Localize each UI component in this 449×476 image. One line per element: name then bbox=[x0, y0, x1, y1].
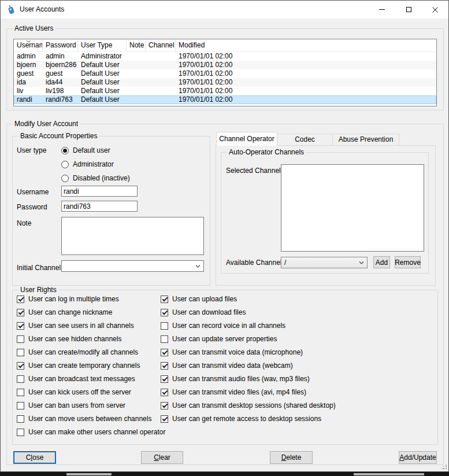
table-row-selected[interactable]: randirandi763Default User1970/01/01 02:0… bbox=[14, 95, 436, 104]
active-users-table[interactable]: UsernamePasswordUser TypeNoteChannelModi… bbox=[13, 39, 437, 106]
column-header-note[interactable]: Note bbox=[127, 39, 146, 51]
username-field[interactable] bbox=[61, 186, 138, 197]
close-window-button[interactable] bbox=[422, 1, 448, 19]
checkbox-box[interactable] bbox=[161, 375, 168, 383]
password-field[interactable] bbox=[61, 201, 138, 212]
checkbox-see-users-all-channels[interactable]: User can see users in all channels bbox=[17, 322, 165, 330]
initial-channel-select[interactable] bbox=[61, 260, 204, 272]
add-button[interactable]: Add bbox=[373, 256, 390, 268]
titlebar[interactable]: User Accounts bbox=[1, 1, 448, 19]
checkbox-box[interactable] bbox=[161, 415, 168, 423]
checkbox-create-temporary-channels[interactable]: User can create temporary channels bbox=[17, 362, 165, 370]
radio-label: Disabled (inactive) bbox=[73, 175, 130, 182]
radio-label: Default user bbox=[73, 147, 110, 154]
cell-modified: 1970/01/01 02:00 bbox=[176, 78, 436, 87]
checkbox-box[interactable] bbox=[161, 322, 168, 330]
selected-channels-listbox[interactable] bbox=[281, 164, 424, 252]
checkbox-move-users[interactable]: User can move users between channels bbox=[17, 415, 165, 423]
checkbox-label: User can kick users off the server bbox=[28, 389, 131, 396]
cell-note bbox=[127, 78, 146, 87]
checkbox-box[interactable] bbox=[17, 296, 24, 303]
radio-default-user[interactable]: Default user bbox=[61, 147, 130, 154]
checkbox-box[interactable] bbox=[161, 362, 168, 370]
checkbox-box[interactable] bbox=[161, 296, 168, 303]
table-row[interactable]: idaida44Default User1970/01/01 02:00 bbox=[14, 78, 436, 87]
column-header-channel[interactable]: Channel bbox=[146, 39, 176, 51]
checkbox-label: User can transmit audio files (wav, mp3 … bbox=[172, 375, 310, 383]
checkbox-box[interactable] bbox=[161, 335, 168, 343]
radio-disabled-inactive[interactable]: Disabled (inactive) bbox=[61, 175, 130, 182]
cell-password: liv198 bbox=[43, 87, 78, 95]
maximize-icon bbox=[406, 7, 411, 12]
checkbox-see-hidden-channels[interactable]: User can see hidden channels bbox=[17, 335, 165, 343]
checkbox-transmit-audio-files[interactable]: User can transmit audio files (wav, mp3 … bbox=[161, 375, 336, 383]
clear-button[interactable]: Clear bbox=[141, 451, 183, 464]
checkbox-make-channel-operator[interactable]: User can make other users channel operat… bbox=[17, 429, 165, 436]
cell-username: admin bbox=[14, 52, 43, 61]
resize-grip[interactable] bbox=[441, 464, 447, 470]
add-update-button[interactable]: Add/Update bbox=[399, 451, 437, 464]
cell-user-type: Default User bbox=[78, 61, 127, 69]
checkbox-box[interactable] bbox=[17, 375, 24, 383]
checkbox-log-in-multiple-times[interactable]: User can log in multiple times bbox=[17, 296, 165, 303]
cell-channel bbox=[146, 69, 176, 78]
checkbox-label: User can see users in all channels bbox=[28, 322, 134, 330]
checkbox-broadcast-text-messages[interactable]: User can broadcast text messages bbox=[17, 375, 165, 383]
checkbox-change-nickname[interactable]: User can change nickname bbox=[17, 309, 165, 316]
checkbox-transmit-video[interactable]: User can transmit video data (webcam) bbox=[161, 362, 336, 370]
checkbox-box[interactable] bbox=[17, 349, 24, 356]
checkbox-record-voice[interactable]: User can record voice in all channels bbox=[161, 322, 336, 330]
checkbox-box[interactable] bbox=[161, 389, 168, 396]
remove-button[interactable]: Remove bbox=[395, 256, 421, 268]
checkbox-box[interactable] bbox=[17, 309, 24, 316]
checkbox-box[interactable] bbox=[17, 415, 24, 423]
available-channels-select[interactable]: / bbox=[281, 257, 368, 268]
column-header-user-type[interactable]: User Type bbox=[78, 39, 127, 51]
radio-button[interactable] bbox=[61, 161, 69, 168]
checkbox-box[interactable] bbox=[17, 322, 24, 330]
radio-button[interactable] bbox=[61, 175, 69, 182]
checkbox-box[interactable] bbox=[161, 309, 168, 316]
tab-codec-limitations[interactable]: Codec Limitations bbox=[277, 134, 333, 145]
minimize-button[interactable] bbox=[369, 1, 395, 19]
checkbox-ban-users[interactable]: User can ban users from server bbox=[17, 402, 165, 409]
close-button[interactable]: Close bbox=[13, 451, 56, 464]
radio-button[interactable] bbox=[61, 147, 69, 154]
cell-user-type: Default User bbox=[78, 95, 127, 104]
tab-abuse-prevention[interactable]: Abuse Prevention bbox=[332, 134, 399, 145]
checkbox-kick-users[interactable]: User can kick users off the server bbox=[17, 389, 165, 396]
note-field[interactable] bbox=[61, 217, 204, 255]
radio-administrator[interactable]: Administrator bbox=[61, 161, 130, 168]
column-header-modified[interactable]: Modified bbox=[176, 39, 436, 51]
checkbox-transmit-video-files[interactable]: User can transmit video files (avi, mp4 … bbox=[161, 389, 336, 396]
checkbox-box[interactable] bbox=[161, 349, 168, 356]
checkbox-box[interactable] bbox=[17, 429, 24, 436]
checkbox-transmit-desktop-sessions[interactable]: User can transmit desktop sessions (shar… bbox=[161, 402, 336, 409]
checkbox-box[interactable] bbox=[17, 362, 24, 370]
delete-button[interactable]: Delete bbox=[270, 451, 313, 464]
initial-channel-label: Initial Channel bbox=[17, 264, 61, 272]
checkbox-remote-access-desktop[interactable]: User can get remote access to desktop se… bbox=[161, 415, 336, 423]
window-title: User Accounts bbox=[20, 1, 64, 19]
checkbox-box[interactable] bbox=[17, 335, 24, 343]
auto-operator-channels-group-label: Auto-Operator Channels bbox=[227, 149, 306, 156]
screen: User Accounts Active Users UsernamePassw… bbox=[0, 0, 449, 476]
table-row[interactable]: adminadminAdministrator1970/01/01 02:00 bbox=[14, 52, 436, 61]
maximize-button[interactable] bbox=[395, 1, 422, 19]
checkbox-upload-files[interactable]: User can upload files bbox=[161, 296, 336, 303]
tab-channel-operator[interactable]: Channel Operator bbox=[216, 132, 277, 146]
checkbox-box[interactable] bbox=[17, 389, 24, 396]
checkbox-box[interactable] bbox=[161, 402, 168, 409]
table-row[interactable]: bjoernbjoern286Default User1970/01/01 02… bbox=[14, 61, 436, 69]
checkbox-box[interactable] bbox=[17, 402, 24, 409]
column-header-password[interactable]: Password bbox=[43, 39, 78, 51]
checkbox-download-files[interactable]: User can download files bbox=[161, 309, 336, 316]
chevron-down-icon bbox=[195, 265, 201, 268]
selected-channels-label: Selected Channels bbox=[226, 167, 284, 175]
table-row[interactable]: livliv198Default User1970/01/01 02:00 bbox=[14, 87, 436, 95]
cell-modified: 1970/01/01 02:00 bbox=[176, 87, 436, 95]
checkbox-transmit-voice[interactable]: User can transmit voice data (microphone… bbox=[161, 349, 336, 356]
table-row[interactable]: guestguestDefault User1970/01/01 02:00 bbox=[14, 69, 436, 78]
checkbox-update-server-properties[interactable]: User can update server properties bbox=[161, 335, 336, 343]
checkbox-create-modify-all-channels[interactable]: User can create/modify all channels bbox=[17, 349, 165, 356]
